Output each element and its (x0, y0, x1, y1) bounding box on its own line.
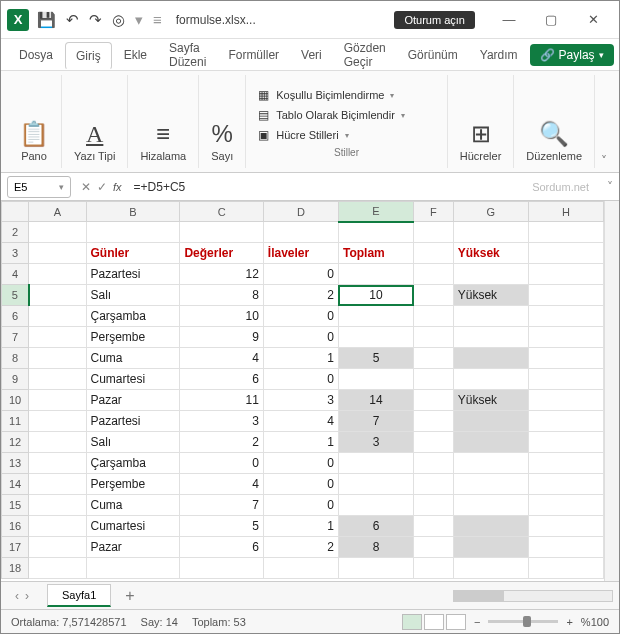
row-header[interactable]: 7 (2, 327, 29, 348)
cell[interactable] (338, 453, 413, 474)
cell[interactable] (414, 369, 454, 390)
row-header[interactable]: 2 (2, 222, 29, 243)
tab-home[interactable]: Giriş (65, 42, 112, 70)
sheet-prev-icon[interactable]: ‹ (15, 589, 19, 603)
fx-icon[interactable]: fx (113, 181, 122, 193)
chevron-down-icon[interactable]: ▾ (59, 182, 64, 192)
row-header[interactable]: 5 (2, 285, 29, 306)
select-all-corner[interactable] (2, 202, 29, 222)
cell[interactable]: Çarşamba (86, 453, 180, 474)
cell[interactable] (453, 222, 528, 243)
zoom-in-button[interactable]: + (566, 616, 572, 628)
login-button[interactable]: Oturum açın (394, 11, 475, 29)
tab-file[interactable]: Dosya (9, 42, 63, 68)
cell[interactable]: Yüksek (453, 390, 528, 411)
cell[interactable]: 0 (263, 474, 338, 495)
col-header-G[interactable]: G (453, 202, 528, 222)
cell[interactable] (414, 516, 454, 537)
cell[interactable] (338, 306, 413, 327)
maximize-button[interactable]: ▢ (531, 5, 571, 35)
cell[interactable]: Yüksek (453, 243, 528, 264)
cell[interactable] (29, 306, 86, 327)
cell[interactable]: 6 (338, 516, 413, 537)
cell[interactable] (414, 453, 454, 474)
cell[interactable] (453, 495, 528, 516)
cell[interactable]: Değerler (180, 243, 263, 264)
cell[interactable] (453, 264, 528, 285)
cell[interactable] (453, 369, 528, 390)
zoom-level[interactable]: %100 (581, 616, 609, 628)
cell[interactable]: Cumartesi (86, 369, 180, 390)
cell[interactable] (414, 390, 454, 411)
cell[interactable]: 8 (338, 537, 413, 558)
cell[interactable] (528, 474, 603, 495)
cell[interactable]: 7 (338, 411, 413, 432)
cell[interactable]: Perşembe (86, 327, 180, 348)
row-header[interactable]: 4 (2, 264, 29, 285)
cell[interactable]: 12 (180, 264, 263, 285)
cell[interactable] (29, 285, 86, 306)
cell[interactable] (453, 432, 528, 453)
cell[interactable] (414, 285, 454, 306)
cell[interactable] (414, 264, 454, 285)
cell[interactable] (414, 327, 454, 348)
cell[interactable]: 0 (180, 453, 263, 474)
cell[interactable] (338, 369, 413, 390)
add-sheet-button[interactable]: + (125, 587, 134, 605)
zoom-out-button[interactable]: − (474, 616, 480, 628)
cell[interactable]: 1 (263, 432, 338, 453)
cell[interactable] (86, 222, 180, 243)
paste-button[interactable]: 📋 Pano (15, 116, 53, 166)
cell[interactable]: 0 (263, 264, 338, 285)
cell[interactable] (29, 453, 86, 474)
row-header[interactable]: 6 (2, 306, 29, 327)
cell[interactable] (263, 558, 338, 579)
name-box[interactable]: E5 ▾ (7, 176, 71, 198)
cell[interactable]: 0 (263, 453, 338, 474)
horizontal-scrollbar[interactable] (453, 590, 613, 602)
cell[interactable] (338, 474, 413, 495)
row-header[interactable]: 9 (2, 369, 29, 390)
cell[interactable] (414, 222, 454, 243)
share-button[interactable]: 🔗 Paylaş ▾ (530, 44, 614, 66)
cell[interactable]: 6 (180, 369, 263, 390)
tab-review[interactable]: Gözden Geçir (334, 35, 396, 75)
cell[interactable] (528, 516, 603, 537)
cell[interactable] (338, 264, 413, 285)
row-header[interactable]: 11 (2, 411, 29, 432)
cell[interactable] (338, 495, 413, 516)
cell[interactable]: 5 (180, 516, 263, 537)
cell[interactable] (528, 327, 603, 348)
cell[interactable]: Pazar (86, 537, 180, 558)
cell[interactable] (528, 432, 603, 453)
cell[interactable] (414, 306, 454, 327)
cell[interactable]: 3 (180, 411, 263, 432)
cell[interactable] (86, 558, 180, 579)
cell[interactable]: 0 (263, 495, 338, 516)
editing-button[interactable]: 🔍 Düzenleme (522, 116, 586, 166)
cell[interactable] (414, 537, 454, 558)
col-header-C[interactable]: C (180, 202, 263, 222)
cell[interactable] (338, 222, 413, 243)
cell[interactable]: 10 (180, 306, 263, 327)
cell[interactable] (29, 390, 86, 411)
format-as-table-button[interactable]: ▤ Tablo Olarak Biçimlendir ▾ (256, 105, 437, 125)
cell[interactable]: 4 (180, 348, 263, 369)
cell[interactable]: 8 (180, 285, 263, 306)
cell[interactable]: 2 (263, 537, 338, 558)
cell[interactable]: Cumartesi (86, 516, 180, 537)
col-header-H[interactable]: H (528, 202, 603, 222)
cell[interactable] (29, 222, 86, 243)
cell[interactable] (528, 264, 603, 285)
collapse-ribbon-button[interactable]: ˅ (595, 75, 613, 168)
cells-button[interactable]: ⊞ Hücreler (456, 116, 506, 166)
tab-help[interactable]: Yardım (470, 42, 528, 68)
cell[interactable]: Yüksek (453, 285, 528, 306)
row-header[interactable]: 16 (2, 516, 29, 537)
qat-dropdown-icon[interactable]: ▾ (135, 11, 143, 29)
accept-formula-icon[interactable]: ✓ (97, 180, 107, 194)
redo-icon[interactable]: ↷ (89, 11, 102, 29)
cell[interactable] (528, 411, 603, 432)
cell[interactable]: 11 (180, 390, 263, 411)
tab-formulas[interactable]: Formüller (218, 42, 289, 68)
